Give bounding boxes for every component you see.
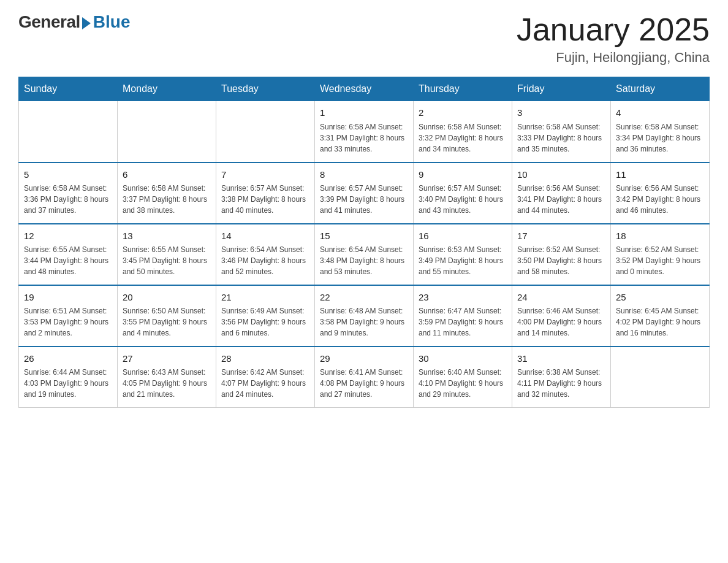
logo-arrow-icon	[82, 17, 91, 29]
table-row: 15Sunrise: 6:54 AM Sunset: 3:48 PM Dayli…	[315, 224, 414, 285]
day-info: Sunrise: 6:54 AM Sunset: 3:46 PM Dayligh…	[221, 244, 309, 277]
header-row: Sunday Monday Tuesday Wednesday Thursday…	[19, 77, 710, 101]
col-tuesday: Tuesday	[216, 77, 315, 101]
day-number: 26	[24, 352, 112, 366]
col-sunday: Sunday	[19, 77, 118, 101]
day-info: Sunrise: 6:57 AM Sunset: 3:40 PM Dayligh…	[419, 183, 507, 216]
calendar-week-row: 1Sunrise: 6:58 AM Sunset: 3:31 PM Daylig…	[19, 101, 710, 163]
calendar-title: January 2025	[517, 12, 710, 47]
table-row: 25Sunrise: 6:45 AM Sunset: 4:02 PM Dayli…	[611, 285, 710, 347]
day-info: Sunrise: 6:41 AM Sunset: 4:08 PM Dayligh…	[320, 367, 408, 400]
day-info: Sunrise: 6:49 AM Sunset: 3:56 PM Dayligh…	[221, 305, 309, 339]
day-number: 16	[419, 229, 507, 243]
day-number: 12	[24, 229, 112, 243]
table-row: 13Sunrise: 6:55 AM Sunset: 3:45 PM Dayli…	[118, 224, 216, 285]
col-thursday: Thursday	[414, 77, 512, 101]
table-row: 30Sunrise: 6:40 AM Sunset: 4:10 PM Dayli…	[414, 347, 512, 408]
table-row: 7Sunrise: 6:57 AM Sunset: 3:38 PM Daylig…	[216, 163, 315, 224]
day-number: 1	[320, 106, 408, 120]
day-number: 11	[616, 168, 704, 182]
day-number: 25	[616, 291, 704, 304]
col-wednesday: Wednesday	[315, 77, 414, 101]
day-info: Sunrise: 6:51 AM Sunset: 3:53 PM Dayligh…	[24, 305, 112, 339]
day-info: Sunrise: 6:55 AM Sunset: 3:44 PM Dayligh…	[24, 244, 112, 277]
day-info: Sunrise: 6:56 AM Sunset: 3:42 PM Dayligh…	[616, 183, 704, 216]
col-saturday: Saturday	[611, 77, 710, 101]
table-row: 11Sunrise: 6:56 AM Sunset: 3:42 PM Dayli…	[611, 163, 710, 224]
day-number: 21	[221, 291, 309, 304]
col-monday: Monday	[118, 77, 216, 101]
day-info: Sunrise: 6:58 AM Sunset: 3:32 PM Dayligh…	[419, 121, 507, 155]
day-number: 31	[517, 352, 605, 366]
day-info: Sunrise: 6:42 AM Sunset: 4:07 PM Dayligh…	[221, 367, 309, 400]
day-number: 24	[517, 291, 605, 304]
day-number: 19	[24, 291, 112, 304]
table-row: 9Sunrise: 6:57 AM Sunset: 3:40 PM Daylig…	[414, 163, 512, 224]
table-row: 19Sunrise: 6:51 AM Sunset: 3:53 PM Dayli…	[19, 285, 118, 347]
calendar-week-row: 19Sunrise: 6:51 AM Sunset: 3:53 PM Dayli…	[19, 285, 710, 347]
table-row	[216, 101, 315, 163]
calendar-table: Sunday Monday Tuesday Wednesday Thursday…	[18, 77, 710, 408]
table-row: 20Sunrise: 6:50 AM Sunset: 3:55 PM Dayli…	[118, 285, 216, 347]
table-row: 31Sunrise: 6:38 AM Sunset: 4:11 PM Dayli…	[512, 347, 611, 408]
day-number: 6	[123, 168, 211, 182]
day-info: Sunrise: 6:58 AM Sunset: 3:31 PM Dayligh…	[320, 121, 408, 155]
table-row: 14Sunrise: 6:54 AM Sunset: 3:46 PM Dayli…	[216, 224, 315, 285]
day-number: 8	[320, 168, 408, 182]
day-number: 7	[221, 168, 309, 182]
day-info: Sunrise: 6:58 AM Sunset: 3:33 PM Dayligh…	[517, 121, 605, 155]
day-number: 2	[419, 106, 507, 120]
day-number: 29	[320, 352, 408, 366]
logo-general-text: General	[18, 12, 80, 32]
table-row: 16Sunrise: 6:53 AM Sunset: 3:49 PM Dayli…	[414, 224, 512, 285]
table-row	[19, 101, 118, 163]
logo: General Blue	[18, 12, 130, 32]
day-info: Sunrise: 6:56 AM Sunset: 3:41 PM Dayligh…	[517, 183, 605, 216]
day-info: Sunrise: 6:54 AM Sunset: 3:48 PM Dayligh…	[320, 244, 408, 277]
day-number: 17	[517, 229, 605, 243]
day-info: Sunrise: 6:58 AM Sunset: 3:36 PM Dayligh…	[24, 183, 112, 216]
table-row: 28Sunrise: 6:42 AM Sunset: 4:07 PM Dayli…	[216, 347, 315, 408]
table-row: 29Sunrise: 6:41 AM Sunset: 4:08 PM Dayli…	[315, 347, 414, 408]
day-info: Sunrise: 6:44 AM Sunset: 4:03 PM Dayligh…	[24, 367, 112, 400]
day-number: 28	[221, 352, 309, 366]
day-number: 3	[517, 106, 605, 120]
table-row	[611, 347, 710, 408]
table-row: 23Sunrise: 6:47 AM Sunset: 3:59 PM Dayli…	[414, 285, 512, 347]
table-row: 2Sunrise: 6:58 AM Sunset: 3:32 PM Daylig…	[414, 101, 512, 163]
day-info: Sunrise: 6:46 AM Sunset: 4:00 PM Dayligh…	[517, 305, 605, 339]
calendar-week-row: 5Sunrise: 6:58 AM Sunset: 3:36 PM Daylig…	[19, 163, 710, 224]
day-info: Sunrise: 6:50 AM Sunset: 3:55 PM Dayligh…	[123, 305, 211, 339]
calendar-week-row: 12Sunrise: 6:55 AM Sunset: 3:44 PM Dayli…	[19, 224, 710, 285]
page-header: General Blue January 2025 Fujin, Heilong…	[18, 12, 710, 66]
day-info: Sunrise: 6:40 AM Sunset: 4:10 PM Dayligh…	[419, 367, 507, 400]
day-info: Sunrise: 6:45 AM Sunset: 4:02 PM Dayligh…	[616, 305, 704, 339]
table-row: 6Sunrise: 6:58 AM Sunset: 3:37 PM Daylig…	[118, 163, 216, 224]
day-info: Sunrise: 6:52 AM Sunset: 3:50 PM Dayligh…	[517, 244, 605, 277]
table-row: 8Sunrise: 6:57 AM Sunset: 3:39 PM Daylig…	[315, 163, 414, 224]
table-row: 1Sunrise: 6:58 AM Sunset: 3:31 PM Daylig…	[315, 101, 414, 163]
day-info: Sunrise: 6:52 AM Sunset: 3:52 PM Dayligh…	[616, 244, 704, 277]
day-info: Sunrise: 6:38 AM Sunset: 4:11 PM Dayligh…	[517, 367, 605, 400]
table-row: 4Sunrise: 6:58 AM Sunset: 3:34 PM Daylig…	[611, 101, 710, 163]
day-number: 5	[24, 168, 112, 182]
day-number: 13	[123, 229, 211, 243]
title-block: January 2025 Fujin, Heilongjiang, China	[517, 12, 710, 66]
day-number: 9	[419, 168, 507, 182]
table-row	[118, 101, 216, 163]
day-info: Sunrise: 6:43 AM Sunset: 4:05 PM Dayligh…	[123, 367, 211, 400]
day-info: Sunrise: 6:58 AM Sunset: 3:37 PM Dayligh…	[123, 183, 211, 216]
table-row: 27Sunrise: 6:43 AM Sunset: 4:05 PM Dayli…	[118, 347, 216, 408]
day-number: 30	[419, 352, 507, 366]
day-number: 18	[616, 229, 704, 243]
table-row: 10Sunrise: 6:56 AM Sunset: 3:41 PM Dayli…	[512, 163, 611, 224]
day-number: 14	[221, 229, 309, 243]
calendar-week-row: 26Sunrise: 6:44 AM Sunset: 4:03 PM Dayli…	[19, 347, 710, 408]
day-number: 10	[517, 168, 605, 182]
day-info: Sunrise: 6:55 AM Sunset: 3:45 PM Dayligh…	[123, 244, 211, 277]
calendar-subtitle: Fujin, Heilongjiang, China	[517, 50, 710, 66]
col-friday: Friday	[512, 77, 611, 101]
table-row: 21Sunrise: 6:49 AM Sunset: 3:56 PM Dayli…	[216, 285, 315, 347]
day-number: 4	[616, 106, 704, 120]
day-number: 27	[123, 352, 211, 366]
